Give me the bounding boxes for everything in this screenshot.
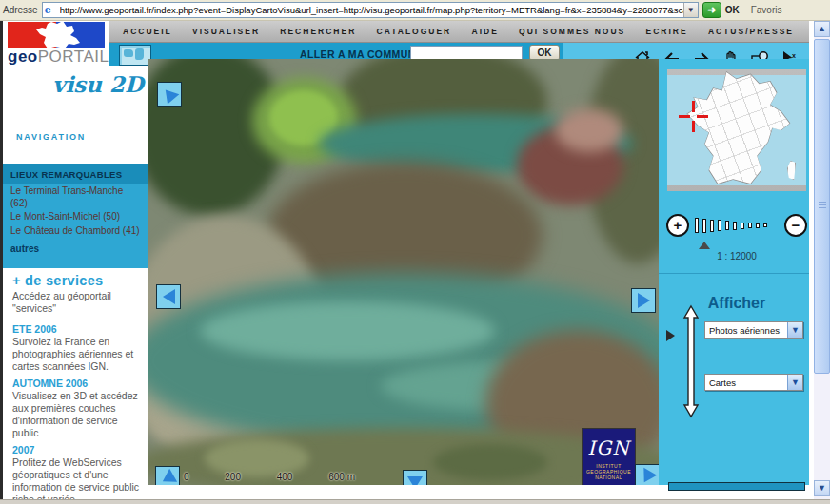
france-flag-logo xyxy=(8,22,105,48)
nav-aide[interactable]: AIDE xyxy=(472,27,499,36)
scale-600m: 600 m xyxy=(328,472,355,482)
crosshair-icon xyxy=(679,115,690,118)
zoom-level-bars[interactable] xyxy=(689,218,784,233)
layer-opacity-slider[interactable] xyxy=(682,304,701,418)
pan-right-button[interactable] xyxy=(631,288,656,313)
news-title-automne2006: AUTOMNE 2006 xyxy=(12,378,88,389)
ign-logo-text: IGN xyxy=(583,436,635,459)
layer-select-cartes[interactable]: Cartes ▼ xyxy=(704,374,803,391)
favorites-label[interactable]: Favoris xyxy=(751,5,782,15)
navigation-label: NAVIGATION xyxy=(16,132,86,142)
url-input[interactable] xyxy=(60,4,698,16)
nav-ecrire[interactable]: ECRIRE xyxy=(646,27,688,36)
map-terrain xyxy=(555,108,623,152)
zoom-out-button[interactable]: − xyxy=(784,214,807,237)
zoom-control: + − xyxy=(666,211,807,240)
news-text-ete2006: Survolez la France en photographies aéri… xyxy=(12,336,144,373)
ign-logo[interactable]: IGN INSTITUT GEOGRAPHIQUE NATIONAL xyxy=(582,428,636,485)
geoportail-site: geoPORTAIL ACCUEIL VISUALISER RECHERCHER… xyxy=(0,21,812,499)
news-text-automne2006: Visualisez en 3D et accédez aux première… xyxy=(12,390,146,439)
horizontal-slider-bar[interactable] xyxy=(668,482,805,491)
world-land xyxy=(124,49,133,57)
scroll-down-icon[interactable]: ▼ xyxy=(814,480,830,496)
aerial-map-view[interactable]: 0 200 400 600 m IGN INSTITUT GEOGRAPHIQU… xyxy=(148,59,659,485)
chevron-down-icon[interactable]: ▼ xyxy=(787,322,802,338)
scale-ratio-label: 1 : 12000 xyxy=(659,251,812,262)
zoom-in-button[interactable]: + xyxy=(666,214,689,237)
pan-down-icon xyxy=(407,476,423,486)
news-title-ete2006: ETE 2006 xyxy=(12,323,57,335)
scale-400: 400 xyxy=(277,472,293,482)
address-bar: Adresse e ▼ ➜ OK Favoris xyxy=(0,0,830,21)
world-map-icon[interactable] xyxy=(119,45,151,66)
scale-200: 200 xyxy=(225,472,241,482)
chevron-down-icon[interactable]: ▼ xyxy=(787,375,802,390)
pan-southeast-button[interactable] xyxy=(635,464,659,485)
layer-select-photos[interactable]: Photos aériennes ▼ xyxy=(704,321,803,339)
sidebar: visu 2D NAVIGATION LIEUX REMARQUABLES Le… xyxy=(3,66,148,499)
window-bottom-edge xyxy=(0,499,830,504)
map-water-swirl xyxy=(200,301,495,360)
crosshair-icon xyxy=(697,115,708,118)
scrollbar-grip xyxy=(819,202,826,203)
svg-text:x: x xyxy=(792,52,796,59)
scrollbar-thumb[interactable] xyxy=(814,39,830,374)
geoportail-logo[interactable]: geoPORTAIL xyxy=(3,21,109,67)
pan-northwest-icon xyxy=(160,85,180,104)
scroll-up-icon[interactable]: ▲ xyxy=(814,21,830,37)
france-silhouette-icon xyxy=(30,21,84,50)
nav-qui-sommes-nous[interactable]: QUI SOMMES NOUS xyxy=(519,27,625,36)
go-ok-label: OK xyxy=(725,5,740,15)
france-overview-map[interactable] xyxy=(667,69,806,191)
top-navigation: ACCUEIL VISUALISER RECHERCHER CATALOGUER… xyxy=(109,21,812,43)
layer-marker-icon[interactable] xyxy=(666,330,675,341)
pan-right-icon xyxy=(638,293,650,308)
nav-accueil[interactable]: ACCUEIL xyxy=(123,27,172,36)
url-dropdown-icon[interactable]: ▼ xyxy=(683,3,698,17)
places-title: LIEUX REMARQUABLES xyxy=(3,164,148,184)
logo-text: geoPORTAIL xyxy=(8,48,109,67)
go-button[interactable]: ➜ xyxy=(702,2,721,18)
nav-cataloguer[interactable]: CATALOGUER xyxy=(377,27,452,36)
map-terrain xyxy=(433,444,547,480)
page-favicon-icon: e xyxy=(45,4,57,16)
url-field-wrap: e ▼ xyxy=(42,2,699,18)
services-text: Accédez au géoportail "services" xyxy=(12,290,140,314)
places-panel: LIEUX REMARQUABLES Le Terminal Trans-Man… xyxy=(3,164,148,268)
page-title: visu 2D xyxy=(52,71,144,97)
vertical-scrollbar[interactable]: ▲ ▼ xyxy=(814,21,830,504)
scale-0: 0 xyxy=(184,472,189,482)
news-title-2007: 2007 xyxy=(12,444,34,456)
layer-select-photos-value: Photos aériennes xyxy=(705,325,787,336)
pan-northwest-button[interactable] xyxy=(157,82,182,107)
services-link[interactable]: + de services xyxy=(12,273,103,288)
pan-southwest-icon xyxy=(158,469,176,485)
world-land xyxy=(135,48,144,60)
news-text-2007: Profitez de WebServices géopratiques et … xyxy=(12,456,148,499)
address-label: Adresse xyxy=(3,5,38,15)
layer-select-cartes-value: Cartes xyxy=(705,378,787,388)
ign-logo-subtext: INSTITUT GEOGRAPHIQUE NATIONAL xyxy=(583,463,635,480)
place-link-terminal[interactable]: Le Terminal Trans-Manche (62) xyxy=(3,184,148,210)
nav-rechercher[interactable]: RECHERCHER xyxy=(280,27,356,36)
zoom-marker-icon xyxy=(699,242,710,249)
place-link-mont-saint-michel[interactable]: Le Mont-Saint-Michel (50) xyxy=(3,210,148,224)
nav-visualiser[interactable]: VISUALISER xyxy=(192,27,260,36)
pan-down-button[interactable] xyxy=(403,470,427,485)
pan-left-icon xyxy=(163,289,175,304)
right-panel: + − 1 : 12000 Afficher Photos aériennes … xyxy=(659,59,812,485)
nav-actus-presse[interactable]: ACTUS/PRESSE xyxy=(708,27,794,36)
scalebar-labels: 0 200 400 600 m xyxy=(184,472,355,482)
pan-southwest-button[interactable] xyxy=(155,466,180,485)
pan-left-button[interactable] xyxy=(156,284,181,309)
browser-window: Adresse e ▼ ➜ OK Favoris geoPORTAIL ACCU… xyxy=(0,0,830,504)
place-link-chambord[interactable]: Le Château de Chambord (41) xyxy=(3,224,148,239)
crosshair-icon xyxy=(692,121,695,132)
crosshair-icon xyxy=(692,101,695,112)
panel-divider xyxy=(659,273,812,274)
places-more-link[interactable]: autres xyxy=(3,238,148,254)
pan-southeast-icon xyxy=(638,467,657,485)
